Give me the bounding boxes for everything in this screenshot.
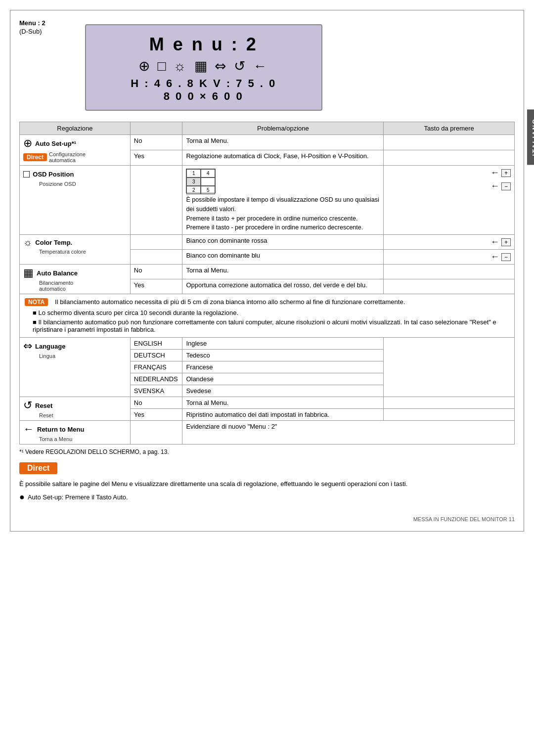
nota-row: NOTA Il bilanciamento automatico necessi… [20,294,515,338]
lang-desc-4: Olandese [182,373,384,385]
header-regolazione: Regolazione [20,122,131,135]
reset-yes-desc: Ripristino automatico dei dati impostati… [182,409,384,421]
language-reg: ⇔ Language Lingua [20,338,131,397]
osd-desc-text: È possibile impostare il tempo di visual… [186,196,379,231]
reset-yes-tasto [384,409,515,421]
language-icon: ⇔ [23,340,32,353]
auto-balance-no-tasto [384,265,515,279]
menu-display-box: M e n u : 2 ⊕ □ ☼ ▦ ⇔ ↺ ← H : 4 6 . 8 K … [85,24,322,111]
auto-setup-no-desc: Torna al Menu. [182,135,384,150]
auto-balance-yes: Yes [130,279,182,294]
auto-balance-label: Auto Balance [37,269,78,277]
lang-tasto [384,338,515,397]
direct-section: Direct È possibile saltare le pagine del… [19,462,515,501]
table-row: ☼ Color Temp. Temperatura colore Bianco … [20,235,515,250]
color-temp-opt1 [130,235,182,250]
auto-setup-icon: ⊕ [23,137,32,150]
lang-opt-2: DEUTSCH [130,350,182,361]
reset-no-tasto [384,397,515,409]
color-temp-tasto1: ← + [384,235,515,250]
return-sublabel: Torna a Menu [39,436,127,442]
auto-balance-icon: ▦ [23,267,34,279]
auto-setup-reg: ⊕ Auto Set-up*¹ Direct Configurazioneaut… [20,135,131,166]
lang-desc-3: Francese [182,361,384,373]
table-row: □ OSD Position Posizione OSD 1 4 3 [20,166,515,235]
direct-badge-auto: Direct [23,153,47,161]
header-problema: Problema/opzione [182,122,384,135]
osd-desc: 1 4 3 2 5 È possibile impostare il tempo… [182,166,384,235]
main-table: Regolazione Problema/opzione Tasto da pr… [19,122,515,445]
color-minus-key: − [501,253,511,261]
auto-setup-yes-tasto [384,150,515,166]
color-temp-desc1: Bianco con dominante rossa [182,235,384,250]
plus-key: + [501,169,511,177]
bullet-icon: ● [19,492,25,501]
menu-display-title: M e n u : 2 [101,34,307,55]
osd-tasto: ← + ← − [384,166,515,235]
auto-balance-no: No [130,265,182,279]
osd-reg: □ OSD Position Posizione OSD [20,166,131,235]
auto-balance-yes-tasto [384,279,515,294]
table-row: ▦ Auto Balance Bilanciamentoautomatico N… [20,265,515,279]
return-opt [130,421,182,445]
direct-label: Direct [19,462,57,474]
footnote: *¹ Vedere REGOLAZIONI DELLO SCHERMO, a p… [19,448,515,455]
return-desc: Evidenziare di nuovo "Menu : 2" [182,421,515,445]
return-label: Return to Menu [37,426,84,433]
reset-reg: ↺ Reset Reset [20,397,131,421]
auto-setup-no-tasto [384,135,515,150]
auto-balance-reg: ▦ Auto Balance Bilanciamentoautomatico [20,265,131,294]
auto-balance-sublabel: Bilanciamentoautomatico [39,280,127,292]
osd-sublabel: Posizione OSD [39,181,127,187]
return-icon: ← [23,423,34,436]
auto-setup-no: No [130,135,182,150]
footer: MESSA IN FUNZIONE DEL MONITOR 11 [19,516,515,522]
lang-opt-4: NEDERLANDS [130,373,182,385]
menu-label: Menu : 2 [19,19,45,27]
lang-desc-1: Inglese [182,338,384,350]
osd-label: OSD Position [33,171,74,178]
lang-desc-5: Svedese [182,385,384,397]
return-reg: ← Return to Menu Torna a Menu [20,421,131,445]
auto-balance-no-desc: Torna al Menu. [182,265,384,279]
reset-label: Reset [35,402,52,409]
reset-icon: ↺ [23,399,32,412]
nota-item-3: ■ Il bilanciamento automatico può non fu… [33,318,509,333]
auto-setup-sublabel: Configurazioneautomatica [49,151,86,163]
direct-text: È possibile saltare le pagine del Menu e… [19,479,515,489]
color-temp-desc2: Bianco con dominante blu [182,250,384,265]
reset-sublabel: Reset [39,412,127,418]
header-tasto: Tasto da premere [384,122,515,135]
table-row: ↺ Reset Reset No Torna al Menu. [20,397,515,409]
osd-icon: □ [23,168,30,180]
auto-setup-yes: Yes [130,150,182,166]
language-label: Language [35,343,65,350]
nota-item-1: Il bilanciamento automatico necessita di… [55,298,405,306]
color-temp-icon: ☼ [23,237,32,248]
table-row: ← Return to Menu Torna a Menu Evidenziar… [20,421,515,445]
reset-yes: Yes [130,409,182,421]
color-temp-sublabel: Temperatura colore [39,249,127,255]
color-temp-reg: ☼ Color Temp. Temperatura colore [20,235,131,265]
header-empty [130,122,182,135]
color-plus-key: + [501,238,511,246]
direct-bullet: ● Auto Set-up: Premere il Tasto Auto. [19,493,515,501]
nota-cell: NOTA Il bilanciamento automatico necessi… [20,294,515,338]
lang-desc-2: Tedesco [182,350,384,361]
minus-key: − [501,182,511,190]
menu-resolution-line1: H : 4 6 . 8 K V : 7 5 . 0 [101,77,307,90]
dsub-label: (D-Sub) [19,28,45,35]
osd-opt [130,166,182,235]
reset-no: No [130,397,182,409]
reset-no-desc: Torna al Menu. [182,397,384,409]
osd-position-grid: 1 4 3 2 5 [186,169,216,193]
nota-badge: NOTA [25,298,48,306]
auto-setup-yes-desc: Regolazione automatica di Clock, Fase, H… [182,150,384,166]
menu-resolution-line2: 8 0 0 × 6 0 0 [101,90,307,103]
language-sublabel: Lingua [39,353,127,359]
menu-display-icons: ⊕ □ ☼ ▦ ⇔ ↺ ← [101,58,307,74]
lang-opt-5: SVENSKA [130,385,182,397]
auto-balance-yes-desc: Opportuna correzione automatica del ross… [182,279,384,294]
italiano-tab: ITALIANO [527,109,534,165]
lang-opt-3: FRANÇAIS [130,361,182,373]
